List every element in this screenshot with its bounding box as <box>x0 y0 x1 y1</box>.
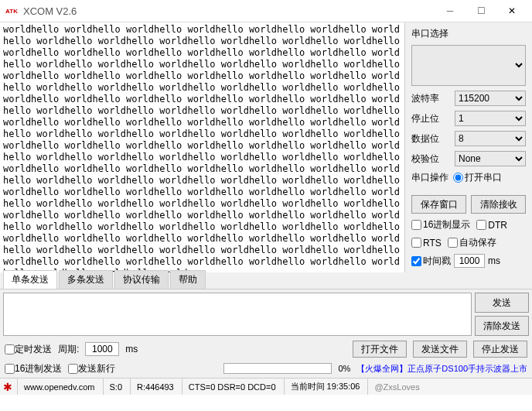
tab-single-send[interactable]: 单条发送 <box>3 270 57 289</box>
data-label: 数据位 <box>411 132 450 146</box>
window-title: XCOM V2.6 <box>23 5 435 17</box>
stop-send-button[interactable]: 停止发送 <box>473 341 527 358</box>
close-button[interactable]: ✕ <box>496 0 527 22</box>
status-time: 当前时间 19:35:06 <box>284 378 367 395</box>
titlebar: ATK XCOM V2.6 ─ ☐ ✕ <box>0 0 532 22</box>
clear-send-button[interactable]: 清除发送 <box>475 316 529 336</box>
minimize-button[interactable]: ─ <box>435 0 466 22</box>
clear-recv-button[interactable]: 清除接收 <box>471 195 526 214</box>
send-newline-checkbox[interactable]: 发送新行 <box>68 362 115 375</box>
ms-label-2: ms <box>125 344 138 354</box>
watermark: @ZxsLoves <box>367 378 425 395</box>
terminal-output[interactable]: worldhello worldhello worldhello worldhe… <box>0 22 404 272</box>
gear-icon[interactable]: ✱ <box>3 381 15 393</box>
save-window-button[interactable]: 保存窗口 <box>411 195 466 214</box>
port-select-label: 串口选择 <box>411 27 526 40</box>
progress-pct: 0% <box>338 364 350 373</box>
timed-send-checkbox[interactable]: 定时发送 <box>5 343 52 356</box>
stop-select[interactable]: 1 <box>455 111 526 126</box>
send-textarea[interactable] <box>3 293 472 336</box>
parity-label: 校验位 <box>411 152 450 166</box>
timestamp-input[interactable] <box>454 254 485 268</box>
status-s: S:0 <box>103 378 129 395</box>
dtr-checkbox[interactable]: DTR <box>476 220 507 231</box>
data-select[interactable]: 8 <box>455 131 526 146</box>
open-port-radio[interactable]: 打开串口 <box>453 171 502 184</box>
period-input[interactable] <box>85 342 119 356</box>
status-r: R:446493 <box>130 378 180 395</box>
baud-select[interactable]: 115200 <box>455 91 526 106</box>
ms-label: ms <box>488 255 500 266</box>
open-file-button[interactable]: 打开文件 <box>353 341 407 358</box>
app-logo: ATK <box>5 5 19 17</box>
status-cts: CTS=0 DSR=0 DCD=0 <box>182 378 282 395</box>
hex-display-checkbox[interactable]: 16进制显示 <box>411 218 470 231</box>
send-file-button[interactable]: 发送文件 <box>413 341 467 358</box>
maximize-button[interactable]: ☐ <box>466 0 496 22</box>
hex-send-checkbox[interactable]: 16进制发送 <box>5 362 62 375</box>
port-select[interactable] <box>411 45 526 86</box>
status-bar: ✱ www.openedv.com S:0 R:446493 CTS=0 DSR… <box>0 378 532 395</box>
send-tabs: 单条发送 多条发送 协议传输 帮助 <box>0 272 532 289</box>
send-button[interactable]: 发送 <box>475 293 529 313</box>
baud-label: 波特率 <box>411 92 450 105</box>
tab-help[interactable]: 帮助 <box>170 270 206 289</box>
parity-select[interactable]: None <box>455 151 526 166</box>
serial-settings-panel: 串口选择 波特率 115200 停止位 1 数据位 8 校验位 None 串口操… <box>404 22 532 272</box>
period-label: 周期: <box>58 343 79 356</box>
op-label: 串口操作 <box>411 171 450 184</box>
stop-label: 停止位 <box>411 112 450 125</box>
status-url[interactable]: www.openedv.com <box>17 378 101 395</box>
promo-link[interactable]: 【火爆全网】正点原子DS100手持示波器上市 <box>356 363 527 375</box>
tab-multi-send[interactable]: 多条发送 <box>59 270 113 289</box>
tab-protocol[interactable]: 协议传输 <box>114 270 169 289</box>
autosave-checkbox[interactable]: 自动保存 <box>448 236 496 249</box>
progress-bar <box>223 363 332 374</box>
rts-checkbox[interactable]: RTS <box>411 238 442 248</box>
timestamp-checkbox[interactable]: 时间戳 <box>411 255 451 268</box>
